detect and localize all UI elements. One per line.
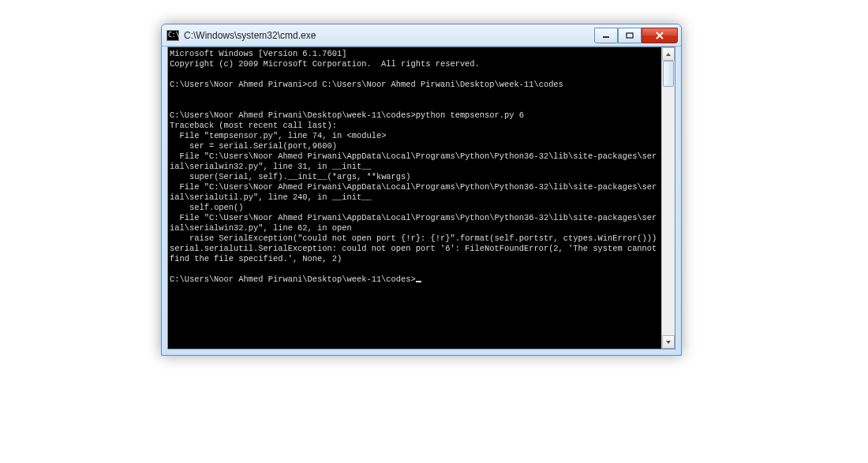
scroll-up-button[interactable] — [662, 47, 675, 61]
vertical-scrollbar[interactable] — [661, 47, 675, 349]
titlebar[interactable]: C:\ C:\Windows\system32\cmd.exe — [162, 24, 681, 47]
cmd-icon: C:\ — [166, 30, 179, 41]
cmd-window: C:\ C:\Windows\system32\cmd.exe Microsof… — [161, 24, 682, 356]
window-controls — [594, 28, 678, 43]
scroll-track[interactable] — [662, 61, 675, 335]
scroll-thumb[interactable] — [663, 61, 674, 87]
close-button[interactable] — [642, 28, 678, 43]
minimize-button[interactable] — [594, 28, 618, 43]
client-area: Microsoft Windows [Version 6.1.7601] Cop… — [167, 47, 675, 349]
terminal-output[interactable]: Microsoft Windows [Version 6.1.7601] Cop… — [168, 47, 661, 349]
scroll-down-button[interactable] — [662, 335, 675, 349]
svg-rect-0 — [603, 36, 609, 38]
window-title: C:\Windows\system32\cmd.exe — [184, 30, 316, 41]
cursor — [416, 281, 421, 282]
svg-rect-1 — [627, 33, 633, 38]
maximize-button[interactable] — [618, 28, 642, 43]
